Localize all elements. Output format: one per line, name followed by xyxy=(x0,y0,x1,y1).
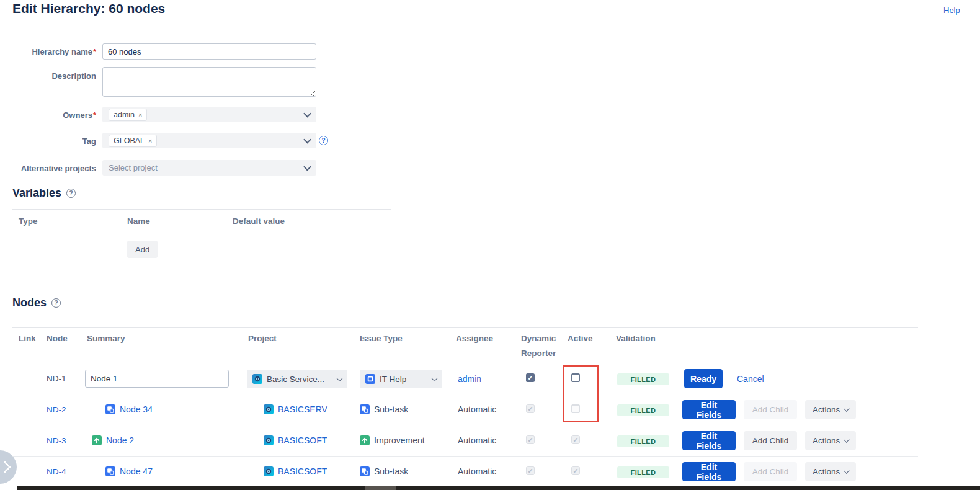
actions-button[interactable]: Actions xyxy=(805,431,856,450)
improvement-icon xyxy=(92,435,102,445)
description-label: Description xyxy=(0,71,96,81)
summary-link[interactable]: Node 47 xyxy=(120,466,153,476)
issue-type-text: Sub-task xyxy=(374,404,408,414)
chevron-down-icon xyxy=(303,110,311,118)
remove-chip-icon[interactable]: × xyxy=(148,136,152,146)
chevron-down-icon xyxy=(432,375,438,381)
subtask-icon xyxy=(360,404,370,414)
variables-section-title: Variables ? xyxy=(12,187,76,200)
project-avatar-icon xyxy=(264,466,274,476)
col-dynamic: Dynamic xyxy=(521,334,556,343)
issue-type-cell: Improvement xyxy=(360,435,425,445)
col-assignee: Assignee xyxy=(456,334,493,343)
project-link[interactable]: BASICSERV xyxy=(278,404,327,414)
variables-col-default: Default value xyxy=(233,216,285,226)
hierarchy-name-input[interactable] xyxy=(102,43,316,60)
tag-chip[interactable]: GLOBAL× xyxy=(109,135,157,147)
edit-fields-button[interactable]: Edit Fields xyxy=(682,462,736,481)
help-link[interactable]: Help xyxy=(943,6,960,15)
col-validation: Validation xyxy=(616,334,656,343)
owners-chip[interactable]: admin× xyxy=(109,109,147,121)
node-row-nd3: ND-3 Node 2 BASICSOFT Improvement Automa… xyxy=(12,425,918,456)
node-row-nd1: ND-1 Basic Service... IT Help admin FILL… xyxy=(12,363,918,394)
summary-cell: Node 2 xyxy=(92,435,134,445)
summary-link[interactable]: Node 34 xyxy=(120,404,153,414)
edit-fields-button[interactable]: Edit Fields xyxy=(682,431,736,450)
issue-type-select[interactable]: IT Help xyxy=(360,370,442,388)
bottom-edge-bar xyxy=(17,486,980,490)
project-cell: BASICSOFT xyxy=(264,466,327,476)
validation-badge: FILLED xyxy=(617,466,669,478)
nodes-section-title: Nodes ? xyxy=(12,296,61,310)
project-cell: BASICSERV xyxy=(264,404,327,414)
owners-select[interactable]: admin× xyxy=(102,107,316,122)
project-link[interactable]: BASICSOFT xyxy=(278,466,327,476)
node-id-link[interactable]: ND-4 xyxy=(47,467,66,476)
col-link: Link xyxy=(19,334,36,343)
alternative-projects-select[interactable]: Select project xyxy=(102,160,316,176)
add-child-button: Add Child xyxy=(744,400,797,419)
cancel-link[interactable]: Cancel xyxy=(737,374,764,384)
tag-label: Tag xyxy=(0,136,96,146)
owners-label: Owners* xyxy=(0,110,96,120)
dynamic-reporter-checkbox xyxy=(526,435,535,444)
project-link[interactable]: BASICSOFT xyxy=(278,435,327,445)
add-child-button: Add Child xyxy=(744,462,797,481)
node-row-nd2: ND-2 Node 34 BASICSERV Sub-task Automati… xyxy=(12,394,918,425)
issue-type-cell: Sub-task xyxy=(360,404,408,414)
project-select[interactable]: Basic Service... xyxy=(247,370,347,388)
assignee-link[interactable]: admin xyxy=(458,374,481,384)
remove-chip-icon[interactable]: × xyxy=(138,110,142,120)
active-checkbox xyxy=(571,466,580,475)
variables-col-name: Name xyxy=(127,216,150,226)
summary-input[interactable] xyxy=(85,370,229,388)
col-issue-type: Issue Type xyxy=(360,334,403,343)
summary-link[interactable]: Node 2 xyxy=(106,435,134,445)
variables-help-icon[interactable]: ? xyxy=(66,189,76,198)
project-avatar-icon xyxy=(264,435,274,445)
edit-fields-button[interactable]: Edit Fields xyxy=(682,400,736,419)
tag-select[interactable]: GLOBAL× xyxy=(102,133,316,148)
hierarchy-name-label: Hierarchy name* xyxy=(0,47,96,56)
tag-help-icon[interactable]: ? xyxy=(319,136,328,145)
active-checkbox[interactable] xyxy=(571,373,580,382)
add-variable-button[interactable]: Add xyxy=(127,241,158,258)
dynamic-reporter-checkbox xyxy=(526,466,535,475)
col-node: Node xyxy=(47,334,68,343)
ready-button[interactable]: Ready xyxy=(684,369,723,388)
page-title: Edit Hierarchy: 60 nodes xyxy=(12,1,165,16)
active-checkbox xyxy=(571,435,580,444)
alternative-projects-label: Alternative projects xyxy=(0,164,96,173)
select-placeholder: Select project xyxy=(109,163,158,172)
node-id-link[interactable]: ND-3 xyxy=(47,436,66,445)
add-child-button[interactable]: Add Child xyxy=(744,431,797,450)
nodes-title-text: Nodes xyxy=(12,296,47,310)
actions-label: Actions xyxy=(813,405,840,414)
chevron-down-icon xyxy=(337,375,343,381)
variables-title-text: Variables xyxy=(12,187,61,200)
summary-cell: Node 47 xyxy=(105,466,153,476)
description-textarea[interactable] xyxy=(102,67,316,97)
project-select-value: Basic Service... xyxy=(267,375,324,384)
col-active: Active xyxy=(568,334,593,343)
edit-hierarchy-page: Edit Hierarchy: 60 nodes Help Hierarchy … xyxy=(0,0,980,490)
project-avatar-icon xyxy=(252,374,262,384)
col-reporter: Reporter xyxy=(521,349,556,358)
node-id-link[interactable]: ND-2 xyxy=(47,405,66,414)
divider xyxy=(12,327,918,328)
actions-button[interactable]: Actions xyxy=(805,462,856,481)
assignee-text: Automatic xyxy=(458,435,496,445)
issue-type-text: Improvement xyxy=(374,435,425,445)
actions-label: Actions xyxy=(813,467,840,476)
assignee-text: Automatic xyxy=(458,466,496,476)
subtask-icon xyxy=(105,466,115,476)
active-checkbox xyxy=(571,404,580,413)
chevron-right-icon xyxy=(0,461,11,473)
col-summary: Summary xyxy=(87,334,125,343)
nodes-help-icon[interactable]: ? xyxy=(51,298,61,308)
dynamic-reporter-checkbox[interactable] xyxy=(526,373,535,382)
divider xyxy=(12,234,391,234)
actions-label: Actions xyxy=(813,436,840,445)
actions-button[interactable]: Actions xyxy=(805,400,856,419)
subtask-icon xyxy=(105,404,115,414)
